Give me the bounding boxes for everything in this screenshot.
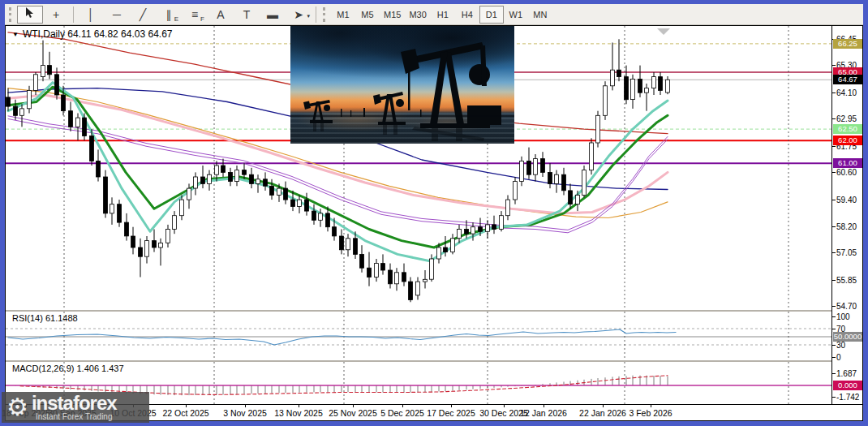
price-badge: 50.0000 bbox=[833, 332, 862, 342]
timeframe-M15-button[interactable]: M15 bbox=[380, 6, 405, 24]
scroll-marker-icon[interactable] bbox=[657, 28, 670, 35]
timeframe-D1-button[interactable]: D1 bbox=[479, 6, 504, 24]
equidistant-channel-sub-label: E bbox=[174, 15, 178, 23]
text-icon: A bbox=[217, 8, 224, 21]
price-badge: 0.000 bbox=[833, 381, 862, 390]
tool-rectangle-button[interactable]: ▬ bbox=[260, 6, 286, 24]
axis-tick-label: 62.95 bbox=[836, 114, 857, 123]
date-tick bbox=[651, 405, 651, 407]
date-label: 3 Nov 2025 bbox=[223, 408, 267, 418]
chart-window: ▼ WTI,Daily 64.11 64.82 64.03 64.67 bbox=[5, 25, 863, 421]
axis-tick-label: 1.687 bbox=[836, 369, 857, 378]
rsi-chart[interactable] bbox=[6, 312, 831, 360]
axis-tick-label: 59.40 bbox=[836, 196, 857, 204]
timeframe-M5-button[interactable]: M5 bbox=[355, 6, 380, 24]
tool-equidistant-channel-button[interactable]: ∥E bbox=[156, 6, 182, 24]
date-label: 17 Dec 2025 bbox=[427, 408, 475, 418]
axis-tick-label: -1.742 bbox=[836, 393, 859, 402]
timeframe-drag-handle[interactable] bbox=[323, 7, 327, 22]
timeframe-H1-button[interactable]: H1 bbox=[431, 6, 455, 24]
tool-trendline-button[interactable]: ╱ bbox=[130, 6, 156, 24]
axis-tick-label: 30 bbox=[836, 341, 845, 350]
price-badge: 66.25 bbox=[833, 39, 862, 49]
date-tick bbox=[603, 405, 604, 407]
vertical-line-icon: │ bbox=[88, 8, 95, 21]
date-tick bbox=[299, 405, 299, 407]
date-tick bbox=[186, 405, 187, 407]
fibonacci-icon: ≡ bbox=[191, 8, 198, 21]
axis-tick-label: 57.05 bbox=[836, 248, 857, 257]
axis-tick-label: 54.70 bbox=[836, 302, 857, 311]
date-label: 22 Oct 2025 bbox=[162, 408, 208, 418]
toolbar-timeframes: M1M5M15M30H1H4D1W1MN bbox=[331, 6, 552, 24]
timeframe-M1-button[interactable]: M1 bbox=[331, 6, 355, 24]
fibonacci-sub-label: F bbox=[200, 15, 204, 23]
price-badge: 64.67 bbox=[833, 75, 862, 84]
axis-tick-label: 100 bbox=[836, 312, 850, 321]
toolbar-tools: +│─╱∥E≡FAT▬➤▾ bbox=[17, 6, 312, 24]
date-label: 3 Feb 2026 bbox=[629, 408, 672, 418]
axis-tick-label: 64.10 bbox=[836, 88, 857, 97]
text-label-icon: T bbox=[243, 8, 251, 21]
date-tick bbox=[353, 405, 354, 407]
tool-arrow-tools-button[interactable]: ➤▾ bbox=[286, 6, 312, 24]
price-axis[interactable]: 66.4565.3064.1062.9561.7560.6059.4058.20… bbox=[831, 26, 862, 404]
date-label: 5 Dec 2025 bbox=[380, 408, 424, 418]
rsi-pane[interactable]: RSI(14) 61.1488 bbox=[6, 312, 862, 360]
trendline-icon: ╱ bbox=[140, 8, 146, 21]
date-tick bbox=[544, 405, 544, 407]
axis-tick-label: 55.85 bbox=[836, 276, 857, 285]
price-badge: 62.50 bbox=[833, 124, 862, 134]
price-badge: 62.00 bbox=[833, 136, 862, 145]
cursor-icon bbox=[25, 7, 35, 21]
dropdown-caret-icon[interactable]: ▾ bbox=[307, 13, 310, 19]
axis-tick-label: 0 bbox=[836, 353, 841, 362]
date-label: 25 Nov 2025 bbox=[329, 408, 377, 418]
chart-title-row: ▼ WTI,Daily 64.11 64.82 64.03 64.67 bbox=[12, 28, 172, 40]
date-tick bbox=[504, 405, 505, 407]
date-label: 22 Jan 2026 bbox=[579, 408, 626, 418]
date-label: 13 Nov 2025 bbox=[274, 408, 323, 418]
toolbar-separator bbox=[316, 6, 316, 23]
arrow-tools-icon: ➤ bbox=[294, 8, 303, 21]
horizontal-line-icon: ─ bbox=[113, 8, 121, 21]
toolbar-drag-handle[interactable] bbox=[9, 7, 13, 22]
tool-group-separator bbox=[73, 6, 74, 23]
date-tick bbox=[451, 405, 452, 407]
watermark-tagline: Instant Forex Trading bbox=[36, 412, 113, 421]
tool-text-label-button[interactable]: T bbox=[234, 6, 260, 24]
broker-watermark: ⚙ instaforex Instant Forex Trading bbox=[2, 392, 149, 423]
timeframe-W1-button[interactable]: W1 bbox=[504, 6, 528, 24]
rectangle-icon: ▬ bbox=[267, 8, 278, 21]
watermark-brand: instaforex bbox=[32, 394, 117, 412]
tool-vertical-line-button[interactable]: │ bbox=[78, 6, 104, 24]
axis-tick-label: 58.20 bbox=[836, 222, 857, 231]
macd-label: MACD(12,26,9) 1.406 1.437 bbox=[12, 364, 124, 373]
timeframe-H4-button[interactable]: H4 bbox=[455, 6, 479, 24]
tool-cursor-button[interactable] bbox=[17, 6, 43, 24]
tool-horizontal-line-button[interactable]: ─ bbox=[104, 6, 130, 24]
date-tick bbox=[245, 405, 246, 407]
timeframe-MN-button[interactable]: MN bbox=[528, 6, 552, 24]
timeframe-M30-button[interactable]: M30 bbox=[405, 6, 430, 24]
date-tick bbox=[402, 405, 403, 407]
price-badge: 61.00 bbox=[833, 158, 862, 168]
tool-fibonacci-button[interactable]: ≡F bbox=[182, 6, 208, 24]
equidistant-channel-icon: ∥ bbox=[166, 8, 172, 21]
news-photo bbox=[290, 26, 514, 144]
instaforex-gear-icon: ⚙ bbox=[6, 395, 28, 420]
axis-tick-label: 60.60 bbox=[836, 168, 857, 177]
chart-title: WTI,Daily 64.11 64.82 64.03 64.67 bbox=[23, 28, 173, 40]
photo-pumpjack-silhouettes bbox=[290, 26, 514, 144]
tool-crosshair-button[interactable]: + bbox=[43, 6, 69, 24]
date-label: 12 Jan 2026 bbox=[520, 408, 567, 418]
symbol-dropdown-icon[interactable]: ▼ bbox=[12, 31, 19, 38]
tool-text-button[interactable]: A bbox=[208, 6, 234, 24]
crosshair-icon: + bbox=[53, 8, 59, 21]
toolbar: +│─╱∥E≡FAT▬➤▾ M1M5M15M30H1H4D1W1MN bbox=[5, 4, 863, 25]
rsi-label: RSI(14) 61.1488 bbox=[12, 313, 78, 323]
